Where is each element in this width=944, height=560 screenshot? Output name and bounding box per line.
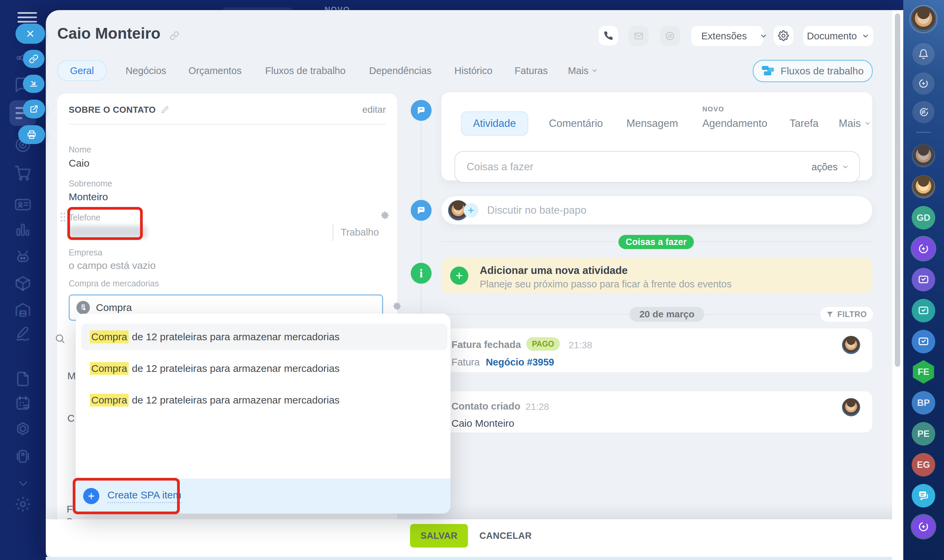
- scrollbar-track[interactable]: [892, 10, 903, 560]
- save-button[interactable]: SALVAR: [410, 524, 468, 548]
- telefone-tag[interactable]: Trabalho: [341, 227, 379, 238]
- cancel-button[interactable]: CANCELAR: [479, 524, 532, 548]
- sobrenome-value[interactable]: Monteiro: [69, 191, 108, 203]
- chevron-down-icon: [842, 163, 849, 171]
- copy-link-button[interactable]: [23, 50, 45, 68]
- feed-tab-agendamento[interactable]: NOVO Agendamento: [702, 117, 767, 129]
- package-icon[interactable]: [14, 275, 32, 292]
- recent-item-task[interactable]: [912, 299, 935, 322]
- recent-item-gd[interactable]: GD: [912, 206, 935, 229]
- copilot-button[interactable]: [912, 72, 935, 95]
- extensions-label: Extensões: [701, 31, 747, 42]
- recent-item-copilot[interactable]: [912, 237, 935, 260]
- tab-negocios[interactable]: Negócios: [126, 65, 166, 76]
- add-participant-icon[interactable]: [464, 203, 478, 218]
- suggest-item[interactable]: Compra de 12 prateleiras para armazenar …: [81, 324, 447, 350]
- timeline-entry-invoice[interactable]: Fatura fechada PAGO 21:38 Fatura Negócio…: [441, 328, 872, 372]
- close-button[interactable]: [15, 23, 45, 44]
- feed-tab-atividade[interactable]: Atividade: [461, 111, 528, 135]
- search-icon[interactable]: [54, 333, 65, 344]
- tab-mais[interactable]: Mais: [568, 65, 598, 76]
- notifications-button[interactable]: [912, 43, 935, 65]
- recent-item-bp[interactable]: BP: [912, 391, 935, 415]
- feed-tab-tarefa[interactable]: Tarefa: [790, 117, 818, 129]
- open-new-window-button[interactable]: [23, 100, 45, 118]
- actions-dropdown[interactable]: ações: [812, 162, 849, 173]
- activity-editor-card: Atividade Comentário Mensagem NOVO Agend…: [441, 92, 872, 180]
- settings-button[interactable]: [774, 26, 793, 45]
- collapse-button[interactable]: [23, 75, 45, 93]
- bot-icon[interactable]: [14, 248, 32, 266]
- add-activity-banner[interactable]: Adicionar uma nova atividade Planeje seu…: [441, 258, 872, 294]
- entry-link[interactable]: Negócio #3959: [486, 357, 554, 368]
- timeline-entry-contact[interactable]: Contato criado 21:28 Caio Monteiro: [441, 391, 872, 432]
- tab-historico[interactable]: Histórico: [454, 65, 493, 76]
- messenger-rail-button[interactable]: [912, 101, 935, 123]
- feed-tab-mais[interactable]: Mais: [839, 117, 871, 129]
- recent-item-chat[interactable]: [912, 484, 935, 508]
- tab-dependencias[interactable]: Dependências: [369, 65, 431, 76]
- call-button[interactable]: [599, 26, 618, 45]
- menu-icon[interactable]: [17, 12, 37, 24]
- recent-item-fe[interactable]: FE: [912, 360, 935, 384]
- entity-tabs: Geral Negócios Orçamentos Fluxos de trab…: [57, 60, 598, 81]
- match-highlight: Compra: [90, 362, 129, 375]
- settings-gear-icon[interactable]: [14, 495, 32, 513]
- field-gear-icon[interactable]: [380, 211, 390, 220]
- recent-item-copilot[interactable]: [912, 515, 935, 538]
- recent-item-pe[interactable]: PE: [912, 422, 935, 446]
- suggest-item[interactable]: Compra de 12 prateleiras para armazenar …: [81, 387, 447, 413]
- scrollbar-thumb[interactable]: [895, 14, 900, 367]
- status-badge: PAGO: [526, 337, 560, 351]
- stage-pill[interactable]: Coisas a fazer: [618, 235, 694, 249]
- feed-tab-mensagem[interactable]: Mensagem: [627, 117, 678, 129]
- chat-input-card[interactable]: Discutir no bate-papo: [441, 196, 872, 225]
- suggest-item[interactable]: Compra de 12 prateleiras para armazenar …: [81, 355, 447, 382]
- recent-item-task[interactable]: [912, 268, 935, 291]
- signature-icon[interactable]: [14, 325, 32, 343]
- hexagon-icon[interactable]: [14, 421, 32, 438]
- recent-item-eg[interactable]: EG: [912, 453, 935, 477]
- filter-button[interactable]: FILTRO: [821, 307, 873, 322]
- external-link-icon: [29, 104, 39, 114]
- cart-icon[interactable]: [14, 164, 32, 182]
- todo-input[interactable]: Coisas a fazer ações: [454, 151, 860, 183]
- extensions-dropdown[interactable]: Extensões: [691, 26, 763, 46]
- page-title: Caio Monteiro: [57, 24, 160, 42]
- recent-avatar[interactable]: [912, 175, 935, 198]
- edit-link[interactable]: editar: [362, 104, 386, 115]
- badge-camera-icon[interactable]: [14, 448, 32, 465]
- print-button[interactable]: [18, 125, 45, 144]
- permalink-icon[interactable]: [170, 31, 179, 40]
- recent-item-task[interactable]: [912, 330, 935, 353]
- empresa-empty-value[interactable]: o campo está vazio: [69, 260, 156, 271]
- pencil-icon[interactable]: [161, 106, 169, 114]
- chat-bubbles-icon: [917, 489, 930, 502]
- funnel-icon: [827, 311, 833, 318]
- tab-faturas[interactable]: Faturas: [515, 65, 548, 76]
- field-gear-icon[interactable]: [393, 302, 402, 311]
- tab-fluxos[interactable]: Fluxos de trabalho: [265, 65, 346, 76]
- tab-geral[interactable]: Geral: [57, 60, 107, 81]
- date-separator-pill: 20 de março: [630, 307, 704, 322]
- nome-value[interactable]: Caio: [69, 157, 89, 169]
- clipped-label-fragment: F: [67, 503, 73, 515]
- compra-chip[interactable]: Compra: [76, 301, 132, 314]
- workflow-button[interactable]: Fluxos de trabalho: [753, 60, 873, 82]
- check-monitor-icon: [918, 335, 930, 348]
- user-avatar[interactable]: [910, 6, 936, 32]
- recent-avatar[interactable]: [912, 144, 935, 168]
- tab-orcamentos[interactable]: Orçamentos: [188, 65, 242, 76]
- document-edit-icon[interactable]: [14, 370, 32, 388]
- calendar-icon[interactable]: [14, 394, 32, 412]
- contact-card-icon[interactable]: [14, 196, 32, 213]
- drag-handle-icon[interactable]: [60, 212, 66, 222]
- chevron-down-icon[interactable]: [16, 477, 30, 491]
- warehouse-icon[interactable]: [14, 302, 32, 319]
- document-dropdown[interactable]: Documento: [803, 26, 873, 46]
- clipped-label-fragment: C: [67, 412, 75, 424]
- bar-chart-icon[interactable]: [14, 222, 32, 239]
- chat-bubble-icon: [416, 105, 426, 115]
- feed-tab-comentario[interactable]: Comentário: [549, 117, 603, 129]
- chevron-down-icon: [861, 32, 870, 40]
